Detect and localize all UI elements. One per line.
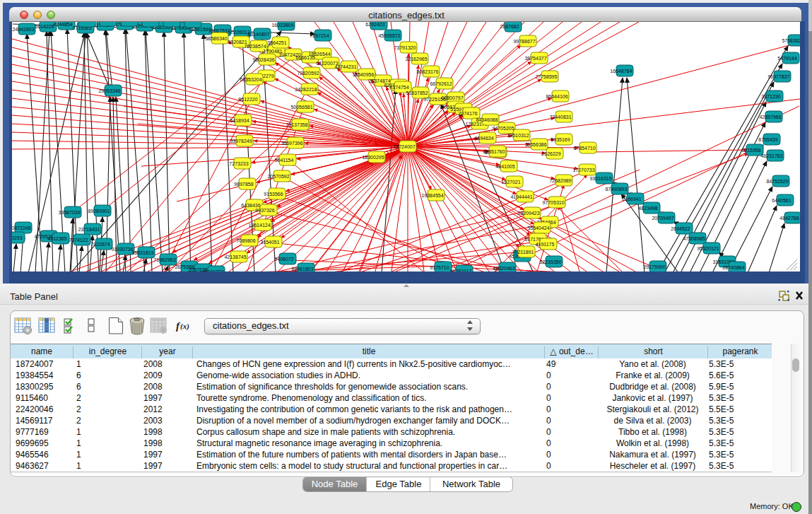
svg-text:9937326: 9937326 — [255, 208, 274, 213]
svg-text:72820592: 72820592 — [297, 71, 319, 76]
svg-text:8755439: 8755439 — [758, 137, 777, 142]
svg-text:23209423: 23209423 — [517, 211, 539, 216]
svg-text:18724007: 18724007 — [393, 144, 415, 149]
svg-text:6438436: 6438436 — [241, 203, 260, 208]
svg-text:4374754: 4374754 — [389, 85, 408, 90]
svg-text:3564251: 3564251 — [267, 40, 286, 45]
svg-text:83140807: 83140807 — [247, 32, 269, 37]
svg-text:10872248: 10872248 — [12, 226, 31, 230]
svg-text:96282117: 96282117 — [450, 269, 472, 272]
svg-text:99788677: 99788677 — [513, 39, 535, 44]
svg-text:70211891: 70211891 — [512, 250, 534, 255]
svg-text:16648784: 16648784 — [610, 69, 632, 74]
svg-text:5418934: 5418934 — [230, 118, 249, 123]
svg-text:11540956: 11540956 — [353, 72, 375, 77]
svg-text:84752529: 84752529 — [766, 179, 788, 184]
svg-text:66851760: 66851760 — [483, 149, 505, 154]
svg-text:1527021: 1527021 — [501, 180, 520, 185]
svg-text:23718431: 23718431 — [78, 227, 100, 232]
svg-text:43744231: 43744231 — [334, 64, 356, 69]
svg-text:38754377: 38754377 — [524, 56, 546, 61]
svg-text:2694522: 2694522 — [671, 226, 690, 231]
svg-text:18300295: 18300295 — [362, 155, 384, 160]
svg-text:27758595: 27758595 — [535, 74, 557, 79]
svg-text:73440831: 73440831 — [549, 115, 571, 119]
svg-text:4842788: 4842788 — [779, 216, 799, 221]
svg-text:68800797: 68800797 — [441, 95, 463, 100]
svg-text:36697396: 36697396 — [281, 141, 302, 146]
svg-text:2074176: 2074176 — [458, 111, 477, 116]
svg-text:2626229: 2626229 — [541, 151, 560, 156]
svg-text:35556386: 35556386 — [524, 142, 546, 147]
svg-text:24282218: 24282218 — [295, 87, 317, 92]
svg-text:58586340: 58586340 — [205, 36, 227, 41]
svg-text:4612365: 4612365 — [47, 236, 66, 241]
svg-text:7273233: 7273233 — [229, 161, 248, 166]
svg-text:57683626: 57683626 — [782, 38, 800, 43]
svg-text:91030736: 91030736 — [111, 247, 133, 252]
svg-text:97705310: 97705310 — [542, 200, 564, 205]
svg-text:42857966: 42857966 — [759, 115, 781, 119]
svg-text:4191175: 4191175 — [536, 242, 555, 247]
svg-text:6440561: 6440561 — [772, 198, 791, 203]
svg-text:20570592: 20570592 — [267, 174, 289, 179]
svg-text:73791320: 73791320 — [394, 45, 416, 50]
svg-text:2687682: 2687682 — [500, 24, 519, 29]
svg-text:18526544: 18526544 — [308, 52, 330, 57]
svg-text:24942603: 24942603 — [12, 27, 34, 32]
svg-text:5479144: 5479144 — [777, 56, 796, 61]
svg-text:5614226: 5614226 — [35, 24, 54, 29]
svg-text:19384554: 19384554 — [421, 193, 443, 198]
svg-text:4841005: 4841005 — [495, 164, 514, 169]
svg-text:88461803: 88461803 — [291, 267, 313, 271]
svg-text:45935572: 45935572 — [378, 33, 400, 38]
svg-text:72682989: 72682989 — [549, 178, 571, 183]
svg-text:39587039: 39587039 — [58, 210, 80, 215]
svg-text:12614124: 12614124 — [248, 223, 270, 228]
svg-text:47308985: 47308985 — [683, 236, 705, 241]
svg-text:33978249: 33978249 — [230, 139, 252, 144]
svg-text:97226012: 97226012 — [228, 30, 249, 35]
svg-text:3871230: 3871230 — [761, 94, 780, 99]
svg-text:2166941: 2166941 — [622, 197, 641, 201]
svg-text:94705205: 94705205 — [492, 126, 514, 131]
svg-text:76238574: 76238574 — [244, 44, 266, 49]
svg-text:7857214: 7857214 — [310, 33, 329, 38]
svg-text:8935169: 8935169 — [551, 137, 570, 142]
svg-text:80823176: 80823176 — [416, 69, 438, 74]
svg-text:20709497: 20709497 — [652, 216, 673, 221]
svg-text:41944441: 41944441 — [510, 194, 532, 199]
svg-text:19510312: 19510312 — [507, 133, 529, 138]
svg-text:16033809: 16033809 — [271, 23, 293, 28]
svg-text:8215958: 8215958 — [741, 148, 760, 153]
svg-text:28740864: 28740864 — [722, 265, 744, 270]
svg-text:5408072: 5408072 — [274, 257, 293, 262]
svg-text:36687537: 36687537 — [208, 28, 230, 33]
svg-text:7374122: 7374122 — [69, 238, 88, 243]
svg-text:66792612: 66792612 — [430, 81, 452, 86]
svg-text:(x): (x) — [180, 322, 189, 331]
svg-text:71662963: 71662963 — [153, 257, 175, 262]
svg-text:93016315: 93016315 — [589, 176, 611, 181]
svg-text:4694634: 4694634 — [474, 136, 493, 141]
svg-text:52235350: 52235350 — [539, 259, 561, 264]
svg-text:46231783: 46231783 — [760, 153, 782, 158]
svg-text:51837852: 51837852 — [406, 90, 428, 95]
svg-text:8090293: 8090293 — [12, 235, 23, 240]
svg-text:86644106: 86644106 — [546, 94, 567, 99]
svg-text:5041154: 5041154 — [275, 158, 294, 163]
svg-text:49349722: 49349722 — [201, 269, 223, 272]
svg-text:7022674: 7022674 — [90, 242, 110, 247]
svg-text:29175900: 29175900 — [643, 264, 665, 269]
svg-text:4823498: 4823498 — [638, 206, 657, 211]
svg-text:7089806: 7089806 — [236, 238, 255, 243]
svg-text:96028436: 96028436 — [252, 57, 274, 62]
svg-text:3154051: 3154051 — [260, 240, 279, 245]
svg-text:29053346: 29053346 — [98, 88, 120, 93]
svg-text:9375710: 9375710 — [430, 265, 449, 270]
svg-text:67854710: 67854710 — [573, 146, 595, 151]
svg-text:68353204: 68353204 — [240, 77, 261, 82]
svg-text:88320463: 88320463 — [493, 266, 514, 271]
svg-text:42138745: 42138745 — [224, 255, 246, 259]
svg-text:78137358: 78137358 — [286, 122, 307, 127]
